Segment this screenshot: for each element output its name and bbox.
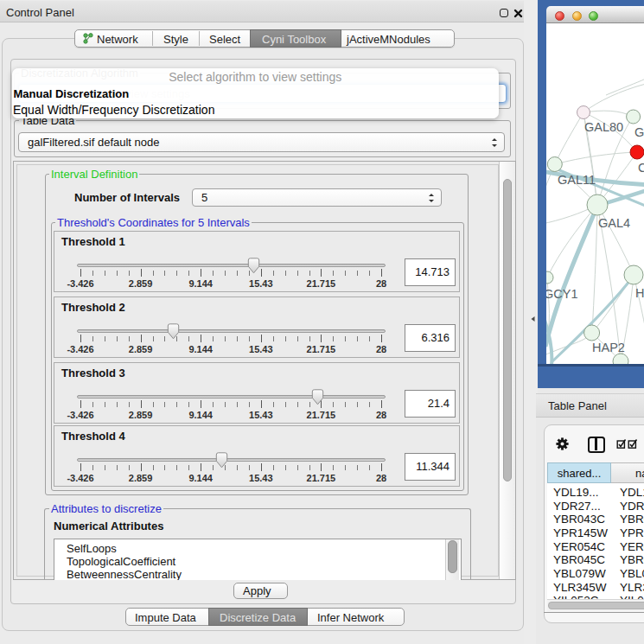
svg-text:C: C: [638, 161, 644, 175]
svg-text:GCY1: GCY1: [546, 287, 578, 301]
svg-text:GAL4: GAL4: [598, 216, 630, 230]
svg-text:GAL80: GAL80: [584, 120, 623, 134]
svg-text:GAL11: GAL11: [558, 173, 596, 187]
svg-text:HAP2: HAP2: [592, 341, 625, 354]
svg-text:G.: G.: [634, 125, 644, 139]
svg-text:H: H: [635, 286, 644, 300]
